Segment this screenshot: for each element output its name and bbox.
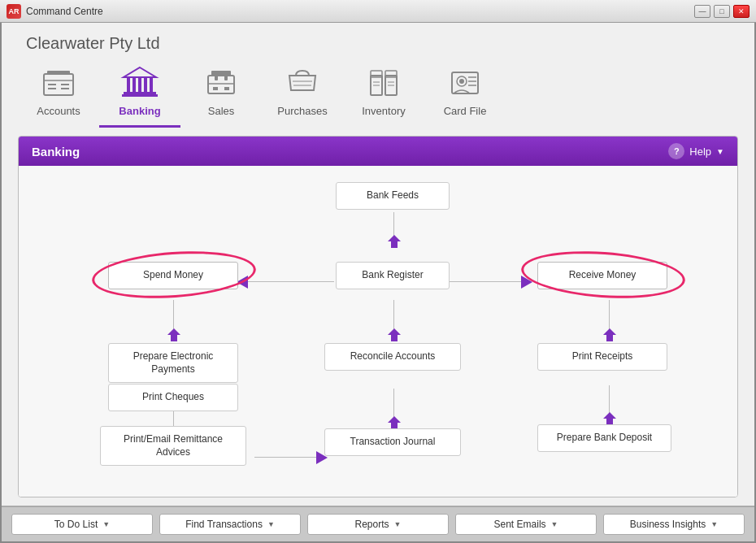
chevron-down-icon: ▼ bbox=[716, 147, 724, 156]
svg-point-34 bbox=[459, 79, 464, 84]
tab-purchases[interactable]: Purchases bbox=[262, 59, 343, 128]
print-email-remittance-button[interactable]: Print/Email Remittance Advices bbox=[100, 426, 246, 466]
svg-rect-3 bbox=[48, 84, 56, 85]
svg-marker-38 bbox=[388, 235, 401, 248]
svg-rect-13 bbox=[124, 92, 156, 94]
accounts-icon bbox=[39, 66, 78, 100]
svg-rect-10 bbox=[138, 77, 141, 92]
reports-button[interactable]: Reports ▼ bbox=[307, 514, 449, 535]
print-cheques-button[interactable]: Print Cheques bbox=[108, 384, 238, 411]
help-icon: ? bbox=[668, 143, 684, 159]
prepare-bank-deposit-button[interactable]: Prepare Bank Deposit bbox=[537, 424, 671, 452]
connector-line bbox=[254, 457, 319, 458]
svg-rect-21 bbox=[224, 87, 229, 90]
svg-rect-9 bbox=[133, 77, 136, 92]
maximize-button[interactable]: □ bbox=[714, 5, 730, 18]
svg-marker-44 bbox=[603, 412, 616, 425]
sales-icon bbox=[202, 66, 241, 100]
connector-line bbox=[393, 212, 394, 237]
transaction-journal-button[interactable]: Transaction Journal bbox=[324, 428, 461, 456]
title-bar: AR Command Centre — □ ✕ bbox=[0, 0, 756, 23]
minimize-button[interactable]: — bbox=[694, 5, 710, 18]
svg-rect-5 bbox=[61, 84, 69, 85]
arrow-down-1 bbox=[388, 235, 401, 248]
connector-line bbox=[393, 389, 394, 419]
spend-money-button[interactable]: Spend Money bbox=[108, 262, 238, 289]
arrow-down-3 bbox=[388, 416, 401, 429]
connector-line bbox=[246, 281, 334, 282]
svg-rect-20 bbox=[213, 87, 218, 90]
svg-rect-11 bbox=[144, 77, 147, 92]
svg-marker-41 bbox=[167, 328, 180, 341]
banking-icon bbox=[120, 66, 159, 100]
svg-rect-8 bbox=[127, 77, 130, 92]
nav-tabs: Accounts Banking bbox=[2, 59, 754, 128]
tab-accounts[interactable]: Accounts bbox=[18, 59, 99, 128]
reports-label: Reports bbox=[355, 519, 389, 530]
inventory-icon bbox=[364, 66, 403, 100]
svg-rect-18 bbox=[224, 72, 228, 80]
tab-inventory[interactable]: Inventory bbox=[343, 59, 424, 128]
print-receipts-button[interactable]: Print Receipts bbox=[537, 343, 667, 371]
connector-line bbox=[441, 281, 529, 282]
tab-banking[interactable]: Banking bbox=[99, 59, 180, 128]
svg-marker-47 bbox=[521, 276, 532, 289]
app-icon: AR bbox=[7, 4, 21, 19]
find-transactions-dropdown-arrow: ▼ bbox=[267, 520, 275, 528]
prepare-electronic-button[interactable]: Prepare Electronic Payments bbox=[108, 343, 238, 383]
svg-rect-17 bbox=[215, 72, 218, 80]
arrow-right-2 bbox=[521, 276, 532, 289]
svg-rect-4 bbox=[48, 88, 56, 89]
svg-rect-6 bbox=[61, 88, 69, 89]
help-button[interactable]: ? Help ▼ bbox=[668, 143, 724, 159]
svg-marker-43 bbox=[603, 328, 616, 341]
find-transactions-label: Find Transactions bbox=[185, 519, 263, 530]
todo-label: To Do List bbox=[54, 519, 98, 530]
arrow-down-6 bbox=[603, 328, 616, 341]
receive-money-button[interactable]: Receive Money bbox=[537, 262, 667, 289]
purchases-tab-label: Purchases bbox=[277, 105, 327, 117]
svg-rect-14 bbox=[122, 94, 158, 97]
cardfile-tab-label: Card File bbox=[444, 105, 487, 117]
business-insights-dropdown-arrow: ▼ bbox=[710, 520, 718, 528]
find-transactions-button[interactable]: Find Transactions ▼ bbox=[159, 514, 301, 535]
banking-tab-label: Banking bbox=[119, 105, 160, 117]
inventory-tab-label: Inventory bbox=[362, 105, 405, 117]
footer: To Do List ▼ Find Transactions ▼ Reports… bbox=[2, 506, 754, 541]
sent-emails-button[interactable]: Sent Emails ▼ bbox=[455, 514, 597, 535]
flow-area: Bank Feeds Spend Money Bank Register Rec… bbox=[19, 166, 737, 497]
tab-sales[interactable]: Sales bbox=[180, 59, 262, 128]
connector-line bbox=[609, 300, 610, 331]
svg-marker-40 bbox=[388, 416, 401, 429]
bank-register-button[interactable]: Bank Register bbox=[336, 262, 450, 289]
todo-list-button[interactable]: To Do List ▼ bbox=[11, 514, 153, 535]
arrow-down-2 bbox=[388, 328, 401, 341]
banking-panel: Banking ? Help ▼ bbox=[18, 136, 738, 497]
close-button[interactable]: ✕ bbox=[733, 5, 749, 18]
connector-line bbox=[173, 300, 174, 331]
content-area: Banking ? Help ▼ bbox=[2, 128, 754, 506]
arrow-down-4 bbox=[167, 328, 180, 341]
arrow-left-1 bbox=[237, 276, 248, 289]
panel-title: Banking bbox=[32, 145, 80, 159]
svg-marker-46 bbox=[237, 276, 248, 289]
window-title: Command Centre bbox=[26, 6, 694, 17]
svg-marker-7 bbox=[124, 67, 156, 77]
panel-header: Banking ? Help ▼ bbox=[19, 137, 737, 166]
help-label: Help bbox=[689, 146, 711, 158]
business-insights-label: Business Insights bbox=[630, 519, 706, 530]
sent-emails-dropdown-arrow: ▼ bbox=[551, 520, 558, 528]
reports-dropdown-arrow: ▼ bbox=[394, 520, 402, 528]
company-name: Clearwater Pty Ltd bbox=[2, 23, 754, 59]
sales-tab-label: Sales bbox=[208, 105, 235, 117]
svg-rect-16 bbox=[208, 76, 234, 93]
tab-cardfile[interactable]: Card File bbox=[424, 59, 506, 128]
bank-feeds-button[interactable]: Bank Feeds bbox=[336, 182, 450, 210]
reconcile-accounts-button[interactable]: Reconcile Accounts bbox=[324, 343, 461, 371]
accounts-tab-label: Accounts bbox=[37, 105, 80, 117]
sent-emails-label: Sent Emails bbox=[494, 519, 546, 530]
business-insights-button[interactable]: Business Insights ▼ bbox=[603, 514, 745, 535]
svg-rect-12 bbox=[150, 77, 153, 92]
connector-line bbox=[393, 300, 394, 332]
todo-dropdown-arrow: ▼ bbox=[102, 520, 110, 528]
